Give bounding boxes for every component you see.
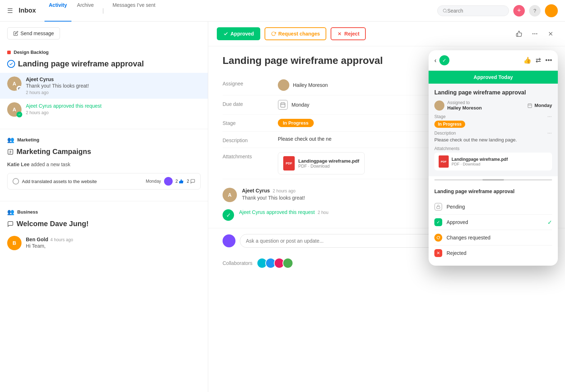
- mini-task[interactable]: Add translated assets to the website Mon…: [7, 173, 201, 190]
- calendar-icon: [278, 100, 288, 110]
- collab-avatar-3: [282, 258, 293, 269]
- attachment-info: Landingpage wireframe.pdf PDF · Download: [298, 158, 359, 169]
- task-list-icon: [7, 149, 14, 155]
- refresh-icon: [271, 31, 276, 36]
- tab-archive[interactable]: Archive: [73, 0, 98, 22]
- divider-2: [0, 201, 208, 201]
- mini-task-date: Monday: [146, 179, 161, 184]
- comment-avatar-0: A: [223, 188, 237, 202]
- mobile-bottom-title: Landing page wireframe approval: [434, 188, 552, 194]
- divider-1: [0, 129, 208, 129]
- mobile-more-icon[interactable]: •••: [545, 57, 552, 64]
- approve-comment-check: ✓: [223, 209, 234, 221]
- mobile-action-buttons: 👍 ⇄ •••: [523, 56, 552, 64]
- task-title-design[interactable]: Landing page wireframe approval: [0, 58, 208, 73]
- mobile-content: Landing page wireframe approval Assigned…: [429, 84, 558, 176]
- left-panel: Send message Design Backlog Landing page…: [0, 22, 208, 392]
- approve-badge: [17, 112, 22, 117]
- group-dot-design: [7, 51, 11, 54]
- attachments-value: PDF Landingpage wireframe.pdf PDF · Down…: [278, 152, 365, 174]
- mobile-scrollbar: [434, 179, 552, 181]
- mobile-assigned-row: Assigned to Hailey Moreson Monday: [434, 100, 552, 111]
- mobile-header: ‹ ✓ 👍 ⇄ •••: [429, 50, 558, 71]
- edit-icon: [13, 31, 18, 36]
- activity-item-1[interactable]: A Ajeet Cyrus approved this request 2 ho…: [0, 99, 208, 120]
- mobile-status-changes[interactable]: Changes requested: [434, 230, 552, 246]
- search-input[interactable]: [447, 8, 504, 14]
- mobile-back-button[interactable]: ‹: [434, 57, 436, 64]
- lock-icon: [436, 205, 440, 209]
- mobile-attachment[interactable]: PDF Landingpage wireframe.pdf PDF · Down…: [434, 153, 552, 171]
- svg-point-11: [536, 33, 537, 34]
- changes-status-icon: [434, 234, 442, 242]
- avatar-ajeet-1: A: [7, 76, 22, 91]
- rejected-label: Rejected: [447, 250, 552, 256]
- section-header-marketing: 👥 Marketing: [0, 132, 208, 146]
- mobile-check-icon: ✓: [439, 55, 449, 65]
- group-label-business: 👥 Business: [7, 209, 201, 215]
- section-business: 👥 Business Welcome Dave Jung! B Ben Gold…: [0, 204, 208, 260]
- approved-button[interactable]: Approved: [217, 27, 260, 40]
- activity-content-ben: Ben Gold 4 hours ago Hi Team,: [26, 236, 201, 249]
- collaborator-avatars: [257, 258, 293, 269]
- approved-label: Approved: [447, 219, 543, 225]
- approved-check-right: ✓: [547, 219, 552, 226]
- mobile-desc-more-icon: [547, 131, 552, 136]
- more-actions-button[interactable]: [529, 28, 541, 39]
- mobile-attachments-label: Attatchments: [434, 146, 552, 151]
- rejected-status-icon: ✕: [434, 249, 442, 257]
- request-changes-button[interactable]: Request changes: [265, 27, 326, 40]
- mobile-share-icon[interactable]: ⇄: [536, 56, 541, 64]
- section-header-business: 👥 Business: [0, 204, 208, 218]
- group-name-design: Design Backlog: [14, 50, 49, 55]
- chat-icon: [7, 221, 14, 227]
- right-panel: Approved Request changes Reject: [208, 22, 565, 392]
- svg-point-25: [548, 133, 548, 133]
- group-name-business: Business: [17, 209, 38, 215]
- katie-name: Katie Lee: [7, 162, 29, 167]
- reject-button[interactable]: Reject: [331, 27, 366, 40]
- menu-icon[interactable]: ☰: [7, 7, 13, 15]
- task-title-marketing[interactable]: Marketing Campaigns: [0, 146, 208, 160]
- mobile-pdf-icon: PDF: [439, 155, 449, 168]
- stage-value: In Progress: [278, 119, 314, 127]
- people-icon-business: 👥: [7, 209, 14, 215]
- mobile-status-pending[interactable]: Pending: [434, 199, 552, 215]
- mobile-status-approved[interactable]: ✓ Approved ✓: [434, 215, 552, 230]
- svg-line-1: [446, 11, 447, 12]
- like-action-button[interactable]: [513, 28, 525, 39]
- mini-task-likes: 2: [176, 179, 184, 184]
- activity-content-0: Ajeet Cyrus Thank you! This looks great!…: [26, 76, 201, 95]
- activity-item-ben[interactable]: B Ben Gold 4 hours ago Hi Team,: [0, 232, 208, 254]
- mobile-description-text: Please check out the new landing page.: [434, 137, 552, 143]
- mobile-date-info: Monday: [527, 103, 552, 108]
- activity-item-0[interactable]: A Ajeet Cyrus Thank you! This looks grea…: [0, 73, 208, 99]
- attachment-item[interactable]: PDF Landingpage wireframe.pdf PDF · Down…: [278, 152, 365, 174]
- mobile-bottom: Landing page wireframe approval Pending …: [429, 183, 558, 266]
- svg-rect-14: [281, 103, 285, 107]
- user-avatar[interactable]: [545, 4, 558, 17]
- section-design-backlog: Design Backlog Landing page wireframe ap…: [0, 45, 208, 126]
- tab-activity[interactable]: Activity: [45, 0, 71, 22]
- nav-tabs: Activity Archive | Messages I've sent: [45, 0, 160, 22]
- svg-rect-18: [528, 104, 532, 108]
- people-icon-marketing: 👥: [7, 136, 14, 143]
- approved-status-icon: ✓: [434, 218, 442, 226]
- mobile-assignee-avatar: [434, 101, 444, 111]
- x-icon-reject: [337, 31, 342, 36]
- add-button[interactable]: +: [513, 5, 525, 17]
- activity-badge-clock: [17, 86, 22, 91]
- task-title-business[interactable]: Welcome Dave Jung!: [0, 218, 208, 232]
- mobile-overlay: ‹ ✓ 👍 ⇄ ••• Approved Today Landing page …: [429, 50, 558, 266]
- tab-messages-sent[interactable]: Messages I've sent: [108, 0, 159, 22]
- description-value: Please check out the ne: [278, 136, 331, 142]
- like-icon: [179, 179, 184, 184]
- close-button[interactable]: [545, 28, 556, 39]
- send-message-button[interactable]: Send message: [7, 27, 60, 39]
- mobile-status-rejected[interactable]: ✕ Rejected: [434, 246, 552, 261]
- comment-icon: [190, 179, 195, 184]
- help-button[interactable]: ?: [529, 5, 541, 17]
- mini-task-avatar: [164, 177, 173, 186]
- mobile-like-icon[interactable]: 👍: [523, 56, 531, 64]
- search-bar[interactable]: [437, 5, 509, 16]
